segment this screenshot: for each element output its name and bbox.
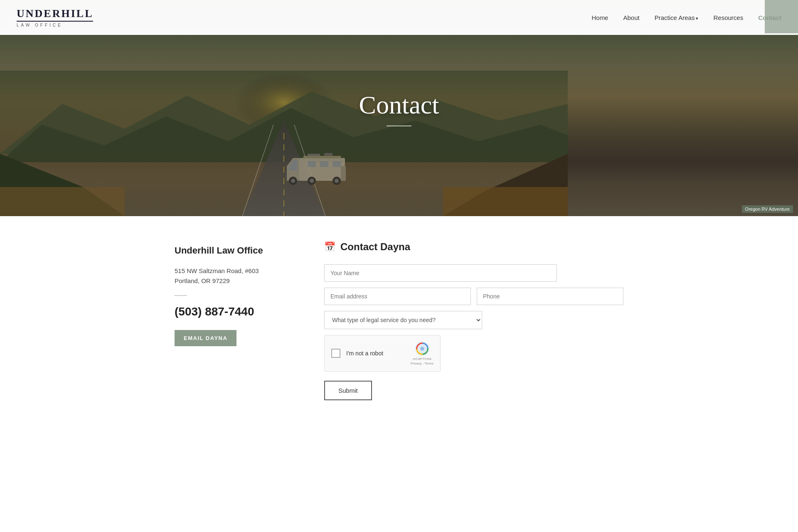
service-select[interactable]: What type of legal service do you need? …: [324, 311, 482, 329]
nav-about[interactable]: About: [623, 14, 639, 21]
office-phone: (503) 887-7440: [175, 305, 299, 318]
recaptcha-logo: [415, 341, 430, 356]
phone-input[interactable]: [477, 288, 623, 305]
nav-resources[interactable]: Resources: [713, 14, 743, 21]
office-address: 515 NW Saltzman Road, #603 Portland, OR …: [175, 266, 299, 286]
email-dayna-button[interactable]: EMAIL DAYNA: [175, 330, 236, 346]
office-name: Underhill Law Office: [175, 245, 299, 256]
address-divider: [175, 295, 187, 296]
captcha-brand-text: reCAPTCHA: [413, 357, 431, 361]
svg-point-29: [420, 347, 424, 350]
captcha-label: I'm not a robot: [346, 350, 383, 357]
captcha-checkbox[interactable]: [331, 349, 340, 358]
logo-sub: LAW OFFICE: [17, 23, 63, 27]
name-input[interactable]: [324, 264, 557, 282]
site-header: UNDERHILL LAW OFFICE Home About Practice…: [0, 0, 798, 35]
contact-form-column: 📅 Contact Dayna What type of legal servi…: [324, 241, 623, 406]
hero-content: Contact: [359, 90, 439, 126]
address-line2: Portland, OR 97229: [175, 277, 230, 284]
address-line1: 515 NW Saltzman Road, #603: [175, 267, 259, 274]
header-accent-block: [765, 0, 798, 33]
logo[interactable]: UNDERHILL LAW OFFICE: [17, 7, 93, 27]
logo-name: UNDERHILL: [17, 7, 93, 22]
calendar-icon: 📅: [324, 241, 335, 252]
submit-row: Submit: [324, 381, 623, 400]
captcha-brand-area: reCAPTCHA Privacy - Terms: [411, 341, 433, 365]
hero-title-underline: [387, 126, 411, 126]
hero-photo-credit: Oregon RV Adventure: [742, 205, 793, 213]
email-input[interactable]: [324, 288, 471, 305]
nav-home[interactable]: Home: [591, 14, 608, 21]
captcha-sub-text: Privacy - Terms: [411, 362, 433, 365]
email-phone-row: [324, 288, 623, 305]
hero-title: Contact: [359, 90, 439, 120]
captcha-row: I'm not a robot reCAPTCHA Privacy - Term…: [324, 335, 623, 372]
captcha-widget[interactable]: I'm not a robot reCAPTCHA Privacy - Term…: [324, 335, 441, 372]
main-content: Underhill Law Office 515 NW Saltzman Roa…: [150, 216, 648, 439]
contact-info-column: Underhill Law Office 515 NW Saltzman Roa…: [175, 241, 299, 406]
main-nav: Home About Practice Areas Resources Cont…: [591, 14, 781, 21]
form-title: Contact Dayna: [340, 241, 410, 253]
form-header: 📅 Contact Dayna: [324, 241, 623, 253]
service-select-row: What type of legal service do you need? …: [324, 311, 623, 329]
submit-button[interactable]: Submit: [324, 381, 372, 400]
nav-practice-areas[interactable]: Practice Areas: [655, 14, 699, 21]
name-field-row: [324, 264, 623, 282]
